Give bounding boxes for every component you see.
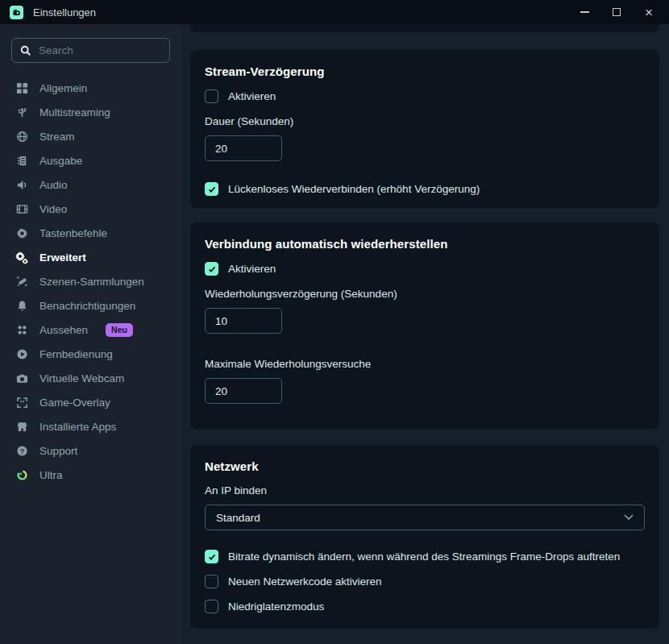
sidebar-item-allgemein[interactable]: Allgemein <box>11 76 170 100</box>
sidebar-item-fernbedienung[interactable]: Fernbedienung <box>11 342 170 366</box>
overlay-icon <box>15 397 29 409</box>
scenes-icon <box>15 276 29 288</box>
sidebar-item-label: Stream <box>39 131 75 143</box>
grid-icon <box>15 82 29 94</box>
sidebar-item-multistreaming[interactable]: Multistreaming <box>11 100 170 124</box>
sidebar-item-label: Aussehen <box>39 324 88 336</box>
window-controls: × <box>574 2 659 22</box>
sidebar-item-label: Benachrichtigungen <box>39 300 135 312</box>
sidebar-item-label: Szenen-Sammlungen <box>39 276 144 288</box>
close-button[interactable]: × <box>638 2 659 22</box>
sidebar-item-ausgabe[interactable]: Ausgabe <box>11 148 170 172</box>
sidebar-item-szenen-sammlungen[interactable]: Szenen-Sammlungen <box>11 269 170 293</box>
search-icon <box>20 45 31 56</box>
enable-stream-delay-checkbox-row[interactable]: Aktivieren <box>205 89 645 103</box>
sidebar-item-benachrichtigungen[interactable]: Benachrichtigungen <box>11 293 170 318</box>
max-retries-input[interactable] <box>205 378 282 404</box>
sidebar-item-label: Installierte Apps <box>39 421 116 433</box>
sidebar-item-label: Tastenbefehle <box>39 227 107 239</box>
retry-delay-input[interactable] <box>205 308 282 334</box>
settings-window: Einstellungen × Allgemein <box>0 0 669 644</box>
sidebar-item-label: Audio <box>39 179 68 191</box>
play-circle-icon <box>15 348 29 360</box>
circles-icon <box>15 324 29 336</box>
sidebar-item-label: Multistreaming <box>39 106 110 118</box>
section-auto-reconnect: Verbindung automatisch wiederherstellen … <box>190 222 659 429</box>
search-input[interactable] <box>39 44 161 56</box>
maximize-button[interactable] <box>606 2 627 22</box>
sidebar-item-label: Ausgabe <box>39 155 82 167</box>
dynamic-bitrate-checkbox-row[interactable]: Bitrate dynamisch ändern, wenn während d… <box>205 550 645 563</box>
sidebar-item-label: Ultra <box>39 469 63 481</box>
section-network: Netzwerk An IP binden Standard Bitrate d… <box>190 445 659 629</box>
camera-icon <box>15 372 29 384</box>
sidebar-item-stream[interactable]: Stream <box>11 124 170 148</box>
previous-section-partial <box>190 24 659 32</box>
sidebar-item-tastenbefehle[interactable]: Tastenbefehle <box>11 221 170 245</box>
checkbox-checked[interactable] <box>205 550 218 563</box>
settings-nav: Allgemein Multistreaming Stream Ausgabe … <box>11 76 170 487</box>
minimize-icon <box>580 11 589 13</box>
duration-label: Dauer (Sekunden) <box>205 115 645 127</box>
checkbox-checked[interactable] <box>205 262 218 276</box>
retry-delay-label: Wiederholungsverzögerung (Sekunden) <box>205 288 645 300</box>
maximize-icon <box>613 8 621 16</box>
chip-icon <box>15 155 29 167</box>
low-latency-checkbox-row[interactable]: Niedriglatenzmodus <box>205 600 645 613</box>
sidebar-item-virtuelle-webcam[interactable]: Virtuelle Webcam <box>11 366 170 390</box>
bind-ip-selected-value: Standard <box>216 512 260 524</box>
bind-ip-select[interactable]: Standard <box>205 505 645 530</box>
max-retries-label: Maximale Wiederholungsversuche <box>205 358 645 370</box>
sidebar-item-installierte-apps[interactable]: Installierte Apps <box>11 414 170 438</box>
checkbox-unchecked[interactable] <box>205 89 218 103</box>
checkbox-checked[interactable] <box>205 182 218 196</box>
multistream-icon <box>15 106 29 118</box>
section-stream-delay: Stream-Verzögerung Aktivieren Dauer (Sek… <box>190 50 659 208</box>
film-icon <box>15 203 29 215</box>
sidebar-item-support[interactable]: ? Support <box>11 438 170 463</box>
bell-icon <box>15 300 29 312</box>
bind-ip-label: An IP binden <box>205 484 645 497</box>
section-title: Verbindung automatisch wiederherstellen <box>205 237 645 251</box>
ultra-icon <box>15 469 29 481</box>
sidebar-item-audio[interactable]: Audio <box>11 172 170 197</box>
settings-sidebar: Allgemein Multistreaming Stream Ausgabe … <box>0 24 181 644</box>
gears-icon <box>15 251 29 264</box>
gapless-reconnect-checkbox-row[interactable]: Lückenloses Wiederverbinden (erhöht Verz… <box>205 182 645 196</box>
section-title: Stream-Verzögerung <box>205 64 645 78</box>
sidebar-item-ultra[interactable]: Ultra <box>11 463 170 487</box>
streamlabs-logo-icon <box>10 6 23 19</box>
svg-text:?: ? <box>19 447 23 455</box>
titlebar: Einstellungen × <box>0 0 669 24</box>
search-box[interactable] <box>11 38 170 63</box>
globe-icon <box>15 131 29 143</box>
sidebar-item-aussehen[interactable]: Aussehen Neu <box>11 318 170 342</box>
sidebar-item-game-overlay[interactable]: Game-Overlay <box>11 390 170 414</box>
duration-input[interactable] <box>205 135 282 161</box>
sidebar-item-erweitert[interactable]: Erweitert <box>11 245 170 269</box>
section-title: Netzwerk <box>205 459 645 473</box>
gear-icon <box>15 227 29 239</box>
minimize-button[interactable] <box>574 2 595 22</box>
sidebar-item-label: Allgemein <box>39 82 87 94</box>
sidebar-item-label: Fernbedienung <box>39 348 113 360</box>
sidebar-item-label: Virtuelle Webcam <box>39 372 124 384</box>
checkbox-unchecked[interactable] <box>205 600 218 613</box>
sidebar-item-label: Support <box>39 445 77 457</box>
sidebar-item-video[interactable]: Video <box>11 197 170 221</box>
neu-badge: Neu <box>106 323 133 337</box>
checkbox-unchecked[interactable] <box>205 575 218 588</box>
chevron-down-icon <box>624 514 634 521</box>
speaker-icon <box>15 179 29 191</box>
enable-auto-reconnect-checkbox-row[interactable]: Aktivieren <box>205 262 645 276</box>
settings-content: Stream-Verzögerung Aktivieren Dauer (Sek… <box>181 24 669 644</box>
store-icon <box>15 421 29 433</box>
sidebar-item-label: Erweitert <box>39 251 86 264</box>
sidebar-item-label: Video <box>39 203 67 215</box>
window-title: Einstellungen <box>33 6 574 19</box>
help-icon: ? <box>15 445 29 457</box>
new-network-code-checkbox-row[interactable]: Neuen Netzwerkcode aktivieren <box>205 575 645 588</box>
sidebar-item-label: Game-Overlay <box>39 397 110 409</box>
